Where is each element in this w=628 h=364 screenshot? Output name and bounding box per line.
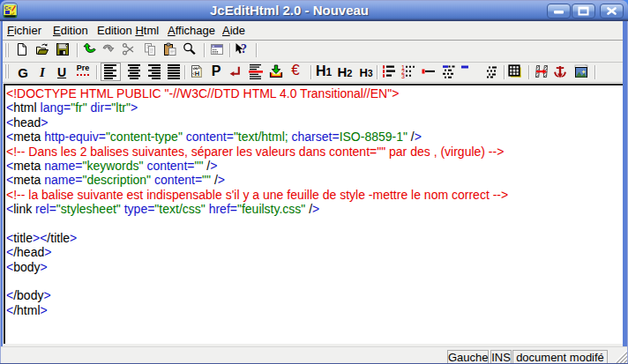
svg-text:C<: C< bbox=[4, 5, 11, 11]
svg-text:H: H bbox=[195, 70, 199, 78]
svg-text:?: ? bbox=[241, 42, 247, 56]
svg-text:3: 3 bbox=[401, 73, 405, 78]
